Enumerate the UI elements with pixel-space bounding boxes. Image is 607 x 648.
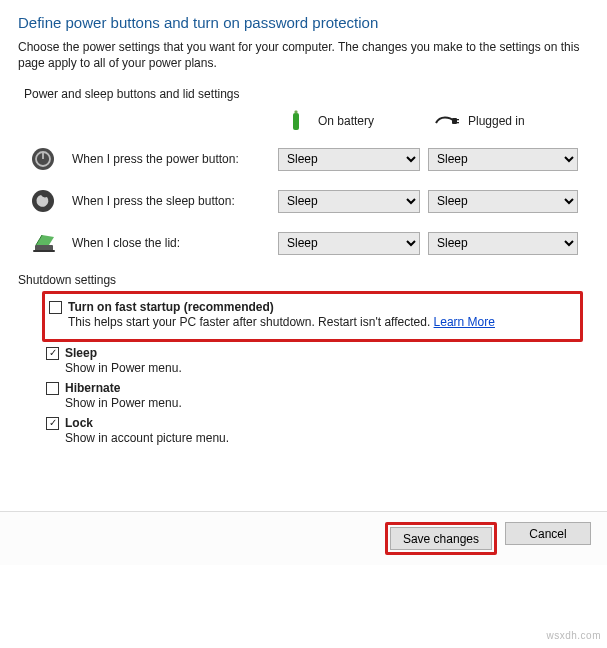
lock-desc: Show in account picture menu. (65, 431, 583, 445)
watermark: wsxdh.com (546, 630, 601, 641)
intro-text: Choose the power settings that you want … (18, 39, 589, 71)
svg-rect-1 (295, 111, 298, 114)
lock-label: Lock (65, 416, 93, 430)
sleep-button-plugged-select[interactable]: Do nothingSleepHibernateShut down (428, 190, 578, 213)
footer: Save changes Cancel (0, 511, 607, 565)
sleep-button-battery-select[interactable]: Do nothingSleepHibernateShut down (278, 190, 420, 213)
fast-startup-highlight: Turn on fast startup (recommended) This … (42, 291, 583, 342)
row-power-button: When I press the power button: Do nothin… (18, 143, 589, 175)
hibernate-desc: Show in Power menu. (65, 396, 583, 410)
sleep-desc: Show in Power menu. (65, 361, 583, 375)
sleep-button-icon (29, 187, 57, 215)
col-header-battery: On battery (318, 114, 374, 128)
svg-rect-4 (457, 122, 459, 123)
svg-rect-3 (457, 119, 459, 120)
power-button-icon (29, 145, 57, 173)
close-lid-battery-select[interactable]: Do nothingSleepHibernateShut down (278, 232, 420, 255)
hibernate-checkbox[interactable] (46, 382, 59, 395)
section-shutdown-label: Shutdown settings (18, 273, 589, 287)
svg-rect-0 (293, 113, 299, 130)
sleep-label: Sleep (65, 346, 97, 360)
svg-rect-2 (452, 118, 457, 124)
fast-startup-desc: This helps start your PC faster after sh… (68, 315, 574, 329)
power-button-plugged-select[interactable]: Do nothingSleepHibernateShut down (428, 148, 578, 171)
fast-startup-checkbox[interactable] (49, 301, 62, 314)
section-power-buttons-label: Power and sleep buttons and lid settings (24, 87, 589, 101)
svg-rect-10 (33, 250, 55, 252)
page-title: Define power buttons and turn on passwor… (18, 14, 589, 31)
col-header-plugged: Plugged in (468, 114, 525, 128)
learn-more-link[interactable]: Learn More (434, 315, 495, 329)
save-button-highlight: Save changes (385, 522, 497, 555)
close-lid-plugged-select[interactable]: Do nothingSleepHibernateShut down (428, 232, 578, 255)
row-close-lid-label: When I close the lid: (68, 236, 278, 250)
fast-startup-label: Turn on fast startup (recommended) (68, 300, 274, 314)
laptop-lid-icon (29, 229, 57, 257)
save-button[interactable]: Save changes (390, 527, 492, 550)
row-sleep-button: When I press the sleep button: Do nothin… (18, 185, 589, 217)
power-button-battery-select[interactable]: Do nothingSleepHibernateShut down (278, 148, 420, 171)
shutdown-settings: Turn on fast startup (recommended) This … (18, 291, 589, 511)
cancel-button[interactable]: Cancel (505, 522, 591, 545)
plug-icon (432, 107, 460, 135)
battery-icon (282, 107, 310, 135)
lock-checkbox[interactable] (46, 417, 59, 430)
row-close-lid: When I close the lid: Do nothingSleepHib… (18, 227, 589, 259)
row-sleep-button-label: When I press the sleep button: (68, 194, 278, 208)
row-power-button-label: When I press the power button: (68, 152, 278, 166)
sleep-checkbox[interactable] (46, 347, 59, 360)
hibernate-label: Hibernate (65, 381, 120, 395)
